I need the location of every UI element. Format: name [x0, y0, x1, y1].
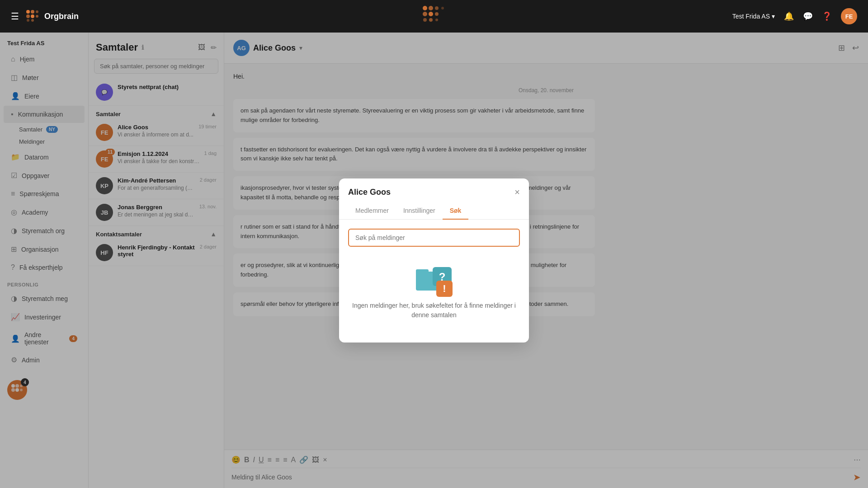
navbar: ☰ Orgbrain: [0, 0, 868, 33]
svg-point-11: [441, 7, 444, 9]
modal-overlay[interactable]: Alice Goos × Medlemmer Innstillinger Søk: [0, 33, 868, 488]
modal: Alice Goos × Medlemmer Innstillinger Søk: [339, 178, 529, 343]
org-chevron-icon: ▾: [772, 13, 775, 20]
empty-state-icon: ? !: [414, 260, 454, 301]
tab-medlemmer[interactable]: Medlemmer: [348, 202, 396, 220]
navbar-center: [422, 5, 446, 27]
svg-point-3: [26, 14, 30, 18]
svg-point-8: [423, 6, 427, 10]
svg-point-13: [429, 12, 433, 16]
svg-point-10: [435, 6, 439, 10]
modal-close-button[interactable]: ×: [514, 188, 520, 197]
logo-area: Orgbrain: [26, 10, 79, 23]
modal-empty-text: Ingen meldinger her, bruk søkefeltet for…: [348, 301, 520, 320]
svg-point-9: [429, 6, 433, 10]
hamburger-icon[interactable]: ☰: [11, 11, 19, 22]
svg-point-2: [36, 10, 38, 13]
svg-point-17: [435, 19, 438, 21]
orgbrain-logo-icon: [26, 10, 41, 23]
tab-innstillinger[interactable]: Innstillinger: [396, 202, 443, 220]
svg-point-1: [31, 10, 34, 14]
logo-text: Orgbrain: [44, 12, 79, 21]
modal-tabs: Medlemmer Innstillinger Søk: [339, 202, 529, 220]
center-brand-icon: [422, 5, 446, 25]
svg-point-0: [26, 10, 30, 14]
svg-point-7: [31, 19, 34, 22]
chat-icon[interactable]: 💬: [803, 11, 813, 21]
navbar-left: ☰ Orgbrain: [11, 10, 79, 23]
svg-point-5: [36, 15, 38, 18]
svg-point-16: [429, 18, 433, 22]
modal-body: ? ! Ingen meldinger her, bruk søkefeltet…: [339, 220, 529, 343]
svg-rect-25: [416, 269, 429, 274]
notification-icon[interactable]: 🔔: [784, 11, 794, 21]
modal-empty-state: ? ! Ingen meldinger her, bruk søkefeltet…: [348, 247, 520, 333]
svg-point-6: [27, 19, 29, 22]
svg-point-15: [423, 18, 427, 22]
navbar-right: Test Frida AS ▾ 🔔 💬 ❓ FE: [732, 8, 857, 24]
user-avatar[interactable]: FE: [841, 8, 857, 24]
org-selector[interactable]: Test Frida AS ▾: [732, 13, 775, 20]
tab-sok[interactable]: Søk: [443, 202, 469, 220]
modal-header: Alice Goos ×: [339, 178, 529, 197]
svg-text:!: !: [443, 283, 446, 294]
svg-point-14: [435, 12, 439, 16]
help-icon[interactable]: ❓: [822, 11, 832, 21]
svg-point-12: [423, 12, 427, 16]
modal-title: Alice Goos: [348, 188, 391, 197]
modal-search-input[interactable]: [348, 229, 520, 247]
svg-point-4: [31, 14, 34, 18]
